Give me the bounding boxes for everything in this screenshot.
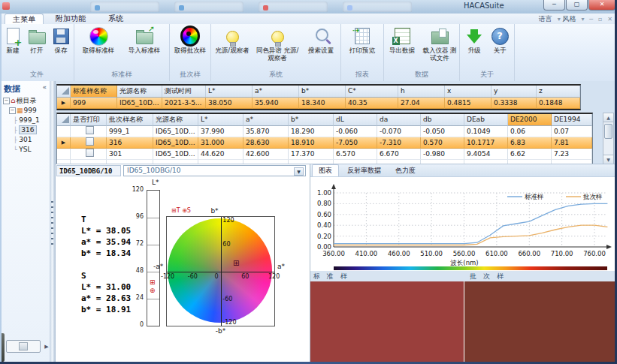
cell: 10.1717: [464, 137, 508, 149]
tree-item-999_1[interactable]: ├ 999_1: [0, 116, 50, 125]
window-controls: ─ ▢ ✕: [543, 0, 615, 11]
cell: 301: [107, 149, 153, 160]
tab-main-menu[interactable]: 主菜单: [5, 14, 44, 24]
search-settings-button[interactable]: 搜索设置: [302, 26, 340, 55]
close-small-icon[interactable]: ✕: [607, 16, 612, 23]
cell: 6.570: [334, 149, 377, 160]
column-header[interactable]: z: [537, 86, 580, 98]
new-button[interactable]: 新建: [2, 26, 24, 55]
load-instrument-file-button[interactable]: 载入仪器 测试文件: [421, 26, 458, 62]
maximize-button[interactable]: ▢: [566, 0, 588, 11]
neg-b-axis-label: -b*: [216, 327, 225, 335]
style-dropdown[interactable]: 风格: [563, 15, 576, 23]
export-data-button[interactable]: 导出数据: [385, 26, 419, 55]
tree-item-label: 999_1: [19, 116, 39, 124]
checkbox-cell: [71, 137, 107, 149]
expand-icon[interactable]: −: [9, 107, 16, 114]
tree-item-999[interactable]: −▦999: [0, 106, 50, 116]
column-header[interactable]: L*: [206, 86, 253, 98]
batch-table-scrollbar[interactable]: ▲ ▼: [603, 113, 614, 164]
tree-item-301[interactable]: ├ 301: [0, 135, 50, 145]
collapse-icon[interactable]: «: [42, 83, 47, 91]
illuminant-dropdown[interactable]: ID65_10DBG/10 ▼: [123, 165, 306, 176]
cell: -7.050: [334, 137, 377, 149]
tab-reflectance-data[interactable]: 反射率数据: [341, 165, 387, 176]
column-header[interactable]: L*: [198, 114, 243, 126]
scroll-up-icon[interactable]: ▲: [603, 113, 613, 122]
metamerism-button[interactable]: 同色异谱 光源/观察者: [254, 26, 301, 62]
column-header[interactable]: 光源名称: [153, 114, 198, 126]
column-header[interactable]: DE1994: [552, 114, 592, 126]
tree-item-YSL[interactable]: └ YSL: [0, 145, 50, 155]
column-header[interactable]: x: [445, 86, 491, 98]
upgrade-button[interactable]: 升级: [462, 26, 486, 55]
table-row[interactable]: ▶999ID65_10D...2021-3-5...38.05035.94018…: [57, 98, 580, 109]
table-row[interactable]: ▶316ID65_10D...31.00028.63018.910-7.050-…: [57, 137, 592, 149]
column-header[interactable]: b*: [299, 86, 346, 98]
get-standard-button[interactable]: 取得标准样: [77, 26, 120, 55]
column-header[interactable]: 标准样名称: [71, 86, 117, 98]
cell: 17.370: [289, 149, 334, 160]
column-header[interactable]: da: [377, 114, 421, 126]
cell: ID65_10D...: [117, 98, 162, 109]
column-header[interactable]: db: [421, 114, 464, 126]
column-header[interactable]: b*: [289, 114, 334, 126]
export-excel-icon: [392, 26, 412, 46]
lab-chart-panel: ID65_10DBG/10 ID65_10DBG/10 ▼ T L* = 38.…: [56, 164, 310, 364]
print-checkbox[interactable]: [86, 126, 94, 134]
cell: -0.050: [421, 126, 464, 137]
tree-item-根目录[interactable]: −⌂根目录: [0, 96, 50, 106]
ribbon-group-standard: 取得标准样 ➚ 导入标准样 标准样: [74, 24, 170, 81]
table-row[interactable]: 999_1ID65_10D...37.99035.87018.290-0.060…: [57, 126, 592, 137]
tree-item-316[interactable]: ├ 316: [0, 125, 50, 135]
about-button[interactable]: ? 关于: [488, 26, 512, 55]
import-standard-button[interactable]: ➚ 导入标准样: [122, 26, 167, 55]
get-batch-button[interactable]: 取得批次样: [171, 26, 209, 55]
window-edge: [0, 14, 2, 364]
load-file-icon: [430, 26, 449, 46]
print-checkbox[interactable]: [86, 149, 94, 157]
restore-small-icon[interactable]: ▫: [598, 16, 602, 23]
save-button[interactable]: 保存: [50, 26, 72, 55]
cell: 28.630: [243, 137, 289, 149]
tab-system[interactable]: 系统: [101, 14, 131, 23]
column-header[interactable]: a*: [243, 114, 289, 126]
cell: 6.670: [377, 149, 421, 160]
tab-addons[interactable]: 附加功能: [48, 14, 93, 23]
scroll-down-icon[interactable]: ▼: [603, 155, 613, 164]
illuminant-observer-button[interactable]: 光源/观察者: [212, 26, 253, 55]
column-header[interactable]: 光源名称: [117, 86, 162, 98]
minimize-small-icon[interactable]: ─: [589, 16, 593, 23]
column-header[interactable]: DE2000: [508, 114, 552, 126]
sidebar-hscrollbar[interactable]: [6, 340, 41, 353]
column-header[interactable]: C*: [346, 86, 398, 98]
cell: ID65_10D...: [153, 137, 198, 149]
cell: 0.1848: [537, 98, 580, 109]
column-header[interactable]: 是否打印: [71, 114, 107, 126]
panel-splitter[interactable]: [50, 81, 56, 364]
table-row[interactable]: 301ID65_10D...44.62042.60017.3706.5706.6…: [57, 149, 592, 160]
column-header[interactable]: h: [398, 86, 445, 98]
scrollbar-thumb[interactable]: [604, 124, 612, 139]
column-header[interactable]: a*: [253, 86, 299, 98]
column-header[interactable]: dL: [334, 114, 377, 126]
tab-color-strength[interactable]: 色力度: [389, 165, 422, 176]
svg-text:460.00: 460.00: [388, 250, 410, 257]
language-dropdown[interactable]: 语言: [539, 15, 552, 23]
cell: 999: [71, 98, 117, 109]
print-preview-button[interactable]: ⇢ 打印预览: [343, 26, 382, 55]
column-header[interactable]: 批次样名称: [107, 114, 153, 126]
tab-chart[interactable]: 图表: [312, 164, 339, 176]
lbar-tick-label: 120: [129, 186, 144, 193]
column-header[interactable]: DEab: [464, 114, 508, 126]
open-button[interactable]: 打开: [26, 26, 48, 55]
close-button[interactable]: ✕: [588, 0, 615, 11]
print-checkbox[interactable]: [86, 137, 94, 146]
column-header[interactable]: y: [491, 86, 537, 98]
svg-text:0.60: 0.60: [317, 211, 331, 218]
cell: 0.4815: [445, 98, 491, 109]
minimize-button[interactable]: ─: [543, 0, 565, 11]
expand-icon[interactable]: −: [3, 98, 10, 104]
cell: 35.940: [253, 98, 299, 109]
column-header[interactable]: 测试时间: [162, 86, 206, 98]
